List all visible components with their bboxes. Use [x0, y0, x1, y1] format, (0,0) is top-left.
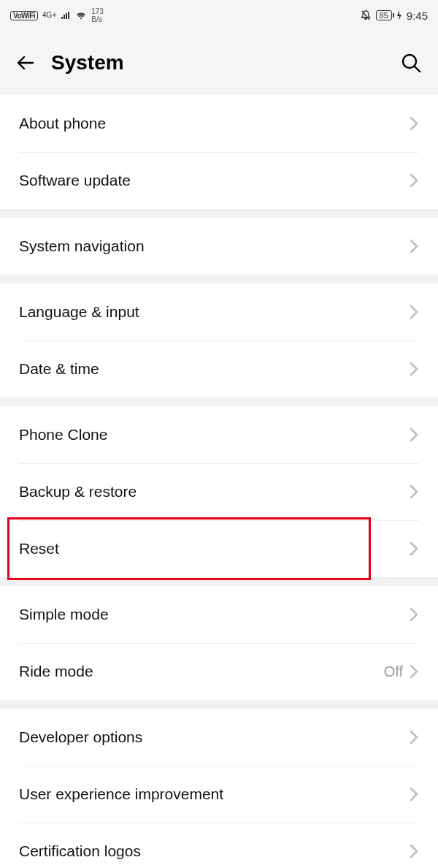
back-button[interactable] [15, 52, 36, 74]
vowifi-badge: VoWiFi [10, 11, 38, 20]
row-lang[interactable]: Language & input [0, 283, 438, 340]
row-certlogos[interactable]: Certification logos [0, 823, 438, 868]
row-ridemode[interactable]: Ride modeOff [0, 643, 438, 700]
settings-list: About phoneSoftware updateSystem navigat… [0, 95, 438, 868]
row-label: Ride mode [19, 663, 93, 680]
row-backup[interactable]: Backup & restore [0, 463, 438, 520]
chevron-right-icon [409, 663, 419, 679]
app-header: System [0, 31, 438, 95]
row-label: Developer options [19, 728, 142, 746]
signal-icon [61, 11, 71, 20]
row-about[interactable]: About phone [0, 95, 438, 152]
chevron-right-icon [409, 541, 419, 557]
row-phoneclone[interactable]: Phone Clone [0, 406, 438, 463]
back-arrow-icon [15, 53, 36, 73]
row-swupdate[interactable]: Software update [0, 152, 438, 209]
row-label: About phone [19, 115, 106, 132]
network-type: 4G+ [42, 12, 56, 19]
chevron-right-icon [409, 115, 419, 132]
chevron-right-icon [409, 304, 419, 320]
chevron-right-icon [409, 729, 419, 745]
row-reset[interactable]: Reset [0, 520, 438, 577]
settings-group: Developer optionsUser experience improve… [0, 709, 438, 868]
clock: 9:45 [407, 9, 428, 22]
row-label: Reset [19, 540, 59, 557]
chevron-right-icon [409, 361, 419, 377]
row-label: Backup & restore [19, 483, 137, 500]
page-title: System [51, 51, 124, 75]
chevron-right-icon [409, 172, 419, 189]
data-speed-unit: B/s [91, 15, 104, 23]
row-label: Certification logos [19, 842, 141, 860]
settings-group: About phoneSoftware update [0, 95, 438, 209]
row-label: Language & input [19, 303, 139, 321]
row-label: System navigation [19, 237, 145, 255]
chevron-right-icon [409, 606, 419, 623]
wifi-icon [75, 11, 87, 20]
row-label: Simple mode [19, 606, 109, 623]
status-bar-right: 85 9:45 [360, 9, 428, 22]
data-speed: 173 B/s [91, 7, 104, 23]
chevron-right-icon [409, 786, 419, 802]
row-uximprove[interactable]: User experience improvement [0, 766, 438, 823]
search-icon [400, 52, 422, 74]
row-devopts[interactable]: Developer options [0, 709, 438, 766]
row-label: Software update [19, 172, 131, 189]
row-label: User experience improvement [19, 785, 223, 803]
status-bar: VoWiFi 4G+ 173 B/s 85 9:45 [0, 0, 438, 31]
chevron-right-icon [409, 427, 419, 443]
charging-icon [396, 10, 402, 20]
status-bar-left: VoWiFi 4G+ 173 B/s [10, 7, 104, 23]
settings-group: Simple modeRide modeOff [0, 586, 438, 700]
chevron-right-icon [409, 843, 419, 859]
row-sysnav[interactable]: System navigation [0, 218, 438, 275]
row-label: Phone Clone [19, 426, 107, 443]
highlight-box [7, 517, 371, 580]
settings-group: Language & inputDate & time [0, 283, 438, 397]
chevron-right-icon [409, 484, 419, 500]
dnd-icon [360, 9, 372, 21]
search-button[interactable] [399, 50, 423, 75]
chevron-right-icon [409, 238, 419, 254]
row-label: Date & time [19, 360, 99, 378]
row-simplemode[interactable]: Simple mode [0, 586, 438, 643]
row-datetime[interactable]: Date & time [0, 340, 438, 397]
row-value: Off [384, 663, 403, 680]
battery-indicator: 85 [376, 10, 392, 20]
svg-line-2 [415, 66, 420, 72]
data-speed-value: 173 [91, 7, 104, 15]
settings-group: System navigation [0, 218, 438, 275]
settings-group: Phone CloneBackup & restoreReset [0, 406, 438, 577]
